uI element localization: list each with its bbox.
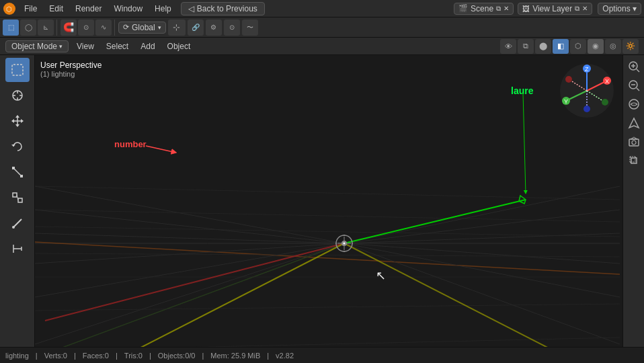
rotate-tool-btn[interactable] bbox=[5, 134, 30, 159]
menu-help[interactable]: Help bbox=[149, 3, 177, 15]
select-box-btn[interactable]: ⬚ bbox=[3, 19, 19, 36]
scene-selector[interactable]: 🎬 Scene ⧉ ✕ bbox=[454, 3, 514, 15]
scene-close-icon: ✕ bbox=[504, 5, 509, 12]
status-verts: Verts:0 bbox=[44, 352, 67, 360]
select-tool-btn[interactable] bbox=[5, 58, 30, 82]
svg-marker-14 bbox=[11, 145, 15, 147]
transform-icon: ⟳ bbox=[123, 23, 129, 32]
view-layer-name: View Layer bbox=[532, 4, 572, 13]
svg-marker-11 bbox=[15, 124, 19, 127]
orbit-btn[interactable] bbox=[625, 95, 643, 113]
status-separator-1: | bbox=[36, 352, 38, 360]
camera-view-btn[interactable] bbox=[625, 133, 643, 151]
proportional-btn[interactable]: ⊙ bbox=[224, 19, 240, 36]
add-menu[interactable]: Add bbox=[136, 40, 159, 52]
solid-mode[interactable]: ◉ bbox=[588, 39, 604, 54]
cursor-tool-btn[interactable] bbox=[5, 83, 30, 108]
view-layer-selector[interactable]: 🖼 View Layer ⧉ ✕ bbox=[518, 3, 592, 15]
svg-point-91 bbox=[632, 140, 636, 145]
move-tool-btn[interactable] bbox=[5, 109, 30, 133]
svg-marker-92 bbox=[631, 137, 637, 139]
status-separator-5: | bbox=[202, 352, 204, 360]
svg-text:Z: Z bbox=[585, 66, 589, 73]
menu-window[interactable]: Window bbox=[108, 3, 148, 15]
menu-render[interactable]: Render bbox=[70, 3, 107, 15]
proportional-icon[interactable]: ⊙ bbox=[78, 19, 94, 36]
toolbar-row: ⬚ ◯ ⊾ 🧲 ⊙ ∿ ⟳ Global ▾ ⊹ 🔗 ⚙ ⊙ 〜 bbox=[0, 17, 644, 38]
xray-icon[interactable]: ◧ bbox=[553, 39, 569, 54]
svg-line-22 bbox=[13, 219, 22, 227]
proportional-options[interactable]: ∿ bbox=[95, 19, 112, 36]
top-menu-bar: ⬡ File Edit Render Window Help ◁ Back to… bbox=[0, 0, 644, 17]
transform-dropdown[interactable]: ⟳ Global ▾ bbox=[118, 22, 166, 34]
svg-rect-93 bbox=[631, 158, 637, 163]
svg-rect-19 bbox=[13, 193, 17, 197]
zoom-in-btn[interactable] bbox=[625, 58, 643, 75]
status-bar: lighting | Verts:0 | Faces:0 | Tris:0 | … bbox=[0, 347, 644, 363]
svg-line-85 bbox=[637, 69, 639, 72]
render-icon: 🖼 bbox=[522, 5, 530, 13]
svg-text:⬡: ⬡ bbox=[6, 5, 12, 13]
svg-point-60 bbox=[344, 251, 345, 252]
mode-dropdown[interactable]: Object Mode ▾ bbox=[5, 40, 69, 52]
svg-point-79 bbox=[565, 76, 572, 83]
status-faces: Faces:0 bbox=[83, 352, 109, 360]
scene-copy-icon: ⧉ bbox=[496, 5, 501, 13]
transform-tool-btn[interactable] bbox=[5, 186, 30, 210]
menu-file[interactable]: File bbox=[19, 3, 42, 15]
right-toolbar bbox=[622, 55, 644, 347]
svg-rect-20 bbox=[18, 198, 22, 202]
status-separator-6: | bbox=[267, 352, 269, 360]
object-menu[interactable]: Object bbox=[163, 40, 195, 52]
status-mem: Mem: 25.9 MiB bbox=[210, 352, 260, 360]
svg-marker-12 bbox=[11, 119, 14, 123]
viewport-shading-icon[interactable]: 👁 bbox=[500, 39, 516, 54]
svg-text:X: X bbox=[605, 78, 609, 85]
svg-rect-2 bbox=[12, 65, 23, 75]
svg-line-21 bbox=[17, 195, 18, 200]
scale-tool-btn[interactable] bbox=[5, 160, 30, 184]
snap-to-btn[interactable]: 🔗 bbox=[188, 19, 204, 36]
snap-settings-btn[interactable]: ⚙ bbox=[206, 19, 222, 36]
view-menu[interactable]: View bbox=[73, 40, 98, 52]
svg-point-58 bbox=[344, 243, 346, 245]
select-menu[interactable]: Select bbox=[102, 40, 132, 52]
svg-marker-13 bbox=[21, 119, 24, 123]
pivot-btn[interactable]: ⊹ bbox=[168, 19, 186, 36]
rendered-mode[interactable]: 🔆 bbox=[622, 39, 639, 54]
gizmo-icon[interactable]: ⧉ bbox=[518, 39, 534, 54]
select-lasso-btn[interactable]: ⊾ bbox=[38, 19, 54, 36]
overlay-icon[interactable]: ⬤ bbox=[535, 39, 551, 54]
svg-rect-27 bbox=[35, 55, 622, 347]
view-layer-close-icon: ✕ bbox=[582, 5, 588, 12]
header-menu: Object Mode ▾ View Select Add Object 👁 ⧉… bbox=[0, 38, 644, 55]
zoom-out-btn[interactable] bbox=[625, 77, 643, 94]
wave-btn[interactable]: 〜 bbox=[242, 19, 258, 36]
menu-edit[interactable]: Edit bbox=[44, 3, 69, 15]
back-arrow-icon: ◁ bbox=[188, 4, 194, 13]
viewport[interactable]: User Perspective (1) lighting laure numb… bbox=[35, 55, 622, 347]
svg-point-81 bbox=[602, 99, 608, 106]
wireframe-mode[interactable]: ⬡ bbox=[570, 39, 586, 54]
transform-chevron: ▾ bbox=[158, 24, 161, 31]
annotate-tool-btn[interactable] bbox=[5, 211, 30, 235]
fly-btn[interactable] bbox=[625, 114, 643, 132]
axis-gizmo[interactable]: Z X Y bbox=[557, 61, 617, 121]
perspective-ortho-btn[interactable] bbox=[625, 152, 643, 169]
back-to-previous-button[interactable]: ◁ Back to Previous bbox=[181, 2, 265, 15]
snap-icon[interactable]: 🧲 bbox=[61, 19, 77, 36]
select-circle-btn[interactable]: ◯ bbox=[20, 19, 36, 36]
options-button[interactable]: Options ▾ bbox=[598, 3, 641, 15]
status-version: v2.82 bbox=[276, 352, 294, 360]
snapping-group: 🧲 ⊙ ∿ bbox=[61, 19, 115, 36]
measure-tool-btn[interactable] bbox=[5, 237, 30, 261]
svg-text:Y: Y bbox=[564, 98, 568, 105]
status-scene: lighting bbox=[5, 352, 29, 360]
material-mode[interactable]: ◎ bbox=[605, 39, 621, 54]
viewport-icons: 👁 ⧉ ⬤ ◧ ⬡ ◉ ◎ 🔆 bbox=[500, 39, 639, 54]
grid-canvas bbox=[35, 55, 622, 347]
main-layout: User Perspective (1) lighting laure numb… bbox=[0, 55, 644, 347]
scene-icon: 🎬 bbox=[458, 4, 468, 13]
tool-selector-group: ⬚ ◯ ⊾ bbox=[3, 19, 57, 36]
mode-chevron: ▾ bbox=[59, 43, 63, 50]
